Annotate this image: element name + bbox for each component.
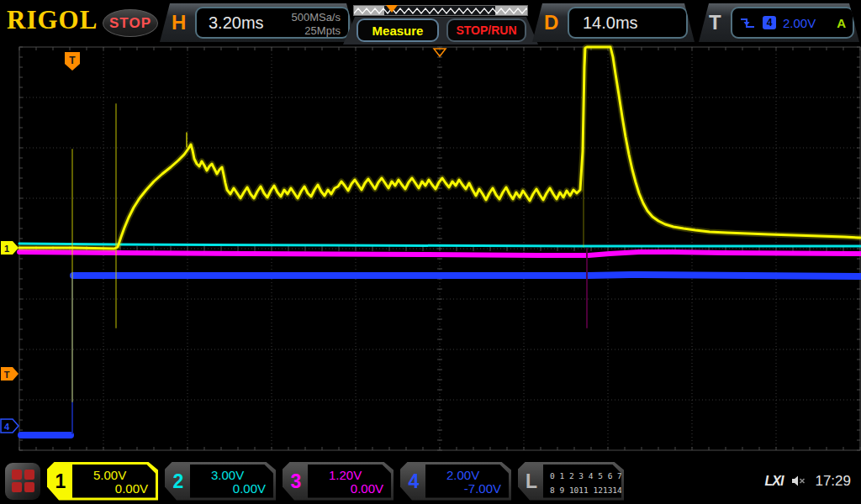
status-cluster: LXI 17:29: [765, 473, 856, 490]
speaker-muted-icon[interactable]: [791, 475, 806, 487]
menu-grid-icon[interactable]: [5, 463, 40, 500]
ch1-zero-marker-label: 1: [4, 244, 9, 254]
logic-label: L: [521, 470, 541, 492]
channel-1-values: 5.00V 0.00V: [72, 465, 156, 498]
logic-row-2: 8 9 1011 12131415: [550, 483, 618, 497]
channel-1-tab[interactable]: 1 5.00V 0.00V: [47, 462, 158, 501]
channel-1-scale: 5.00V: [93, 468, 126, 482]
channel-2-scale: 3.00V: [211, 468, 244, 482]
logic-channels-box: 0 1 2 3 4 5 6 7 8 9 1011 12131415: [543, 465, 621, 498]
lxi-badge: LXI: [765, 474, 784, 489]
channel-1-number: 1: [50, 470, 71, 492]
channel-3-number: 3: [286, 470, 306, 492]
waveform-display: 1T4T: [0, 0, 861, 504]
trace-ch4-main: [73, 275, 860, 276]
channel-4-number: 4: [404, 470, 424, 492]
channel-4-tab[interactable]: 4 2.00V -7.00V: [400, 462, 511, 501]
trace-ch3: [19, 252, 860, 255]
channel-3-scale: 1.20V: [329, 468, 362, 482]
logic-analyzer-tab[interactable]: L 0 1 2 3 4 5 6 7 8 9 1011 12131415: [518, 462, 624, 501]
trace-ch2: [19, 244, 860, 246]
channel-4-scale: 2.00V: [446, 468, 479, 482]
logic-row-1: 0 1 2 3 4 5 6 7: [550, 469, 618, 483]
channel-2-number: 2: [168, 470, 188, 492]
channel-2-values: 3.00V 0.00V: [190, 465, 273, 498]
channel-2-offset: 0.00V: [233, 481, 266, 496]
ch4-zero-marker-label: 4: [4, 422, 10, 432]
channel-1-offset: 0.00V: [115, 481, 148, 496]
channel-3-offset: 0.00V: [351, 481, 383, 496]
channel-3-values: 1.20V 0.00V: [308, 465, 391, 498]
bottom-status-bar: 1 5.00V 0.00V 2 3.00V 0.00V 3 1.20V 0.00…: [0, 458, 861, 504]
channel-3-tab[interactable]: 3 1.20V 0.00V: [283, 462, 394, 501]
channel-4-values: 2.00V -7.00V: [425, 465, 509, 498]
channel-4-offset: -7.00V: [464, 481, 501, 496]
trigger-time-marker-label: T: [69, 55, 76, 66]
channel-2-tab[interactable]: 2 3.00V 0.00V: [165, 462, 276, 501]
trigger-level-marker-label: T: [4, 370, 10, 380]
oscilloscope-screen: RIGOL STOP H 3.20ms 500MSa/s 25Mpts Meas…: [0, 0, 861, 504]
clock: 17:29: [815, 473, 851, 490]
